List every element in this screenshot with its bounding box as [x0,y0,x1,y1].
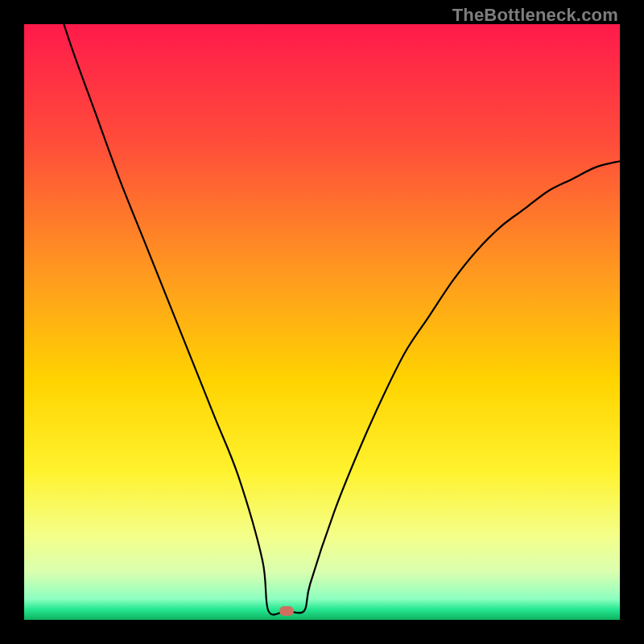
curve-path [24,24,620,615]
optimal-point-marker [279,606,294,616]
chart-frame: TheBottleneck.com [0,0,644,644]
bottleneck-curve [24,24,620,620]
plot-area [24,24,620,620]
watermark-text: TheBottleneck.com [452,5,618,26]
